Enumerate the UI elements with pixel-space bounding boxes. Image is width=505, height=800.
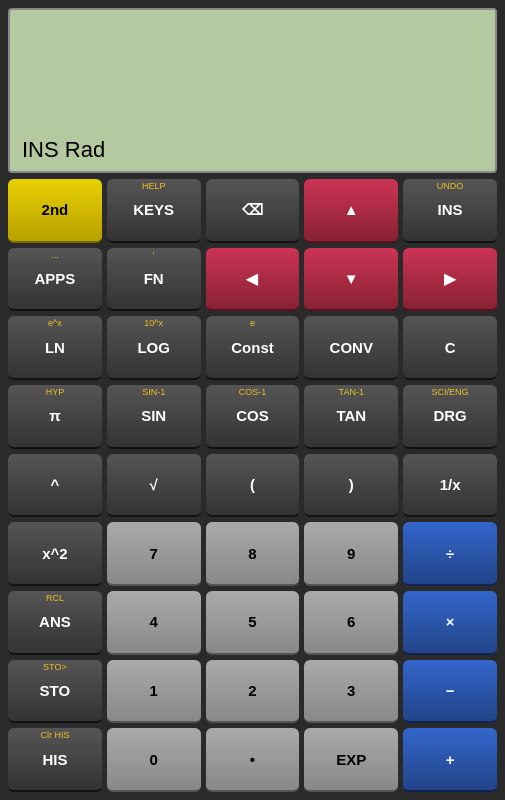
btn-lparen[interactable]: ( xyxy=(206,454,300,518)
btn-drg[interactable]: SCI/ENGDRG xyxy=(403,385,497,449)
btn-div[interactable]: ÷ xyxy=(403,522,497,586)
btn-2nd[interactable]: 2nd xyxy=(8,179,102,243)
btn-xsq[interactable]: x^2 xyxy=(8,522,102,586)
btn-ins[interactable]: UNDOINS xyxy=(403,179,497,243)
btn-conv[interactable]: CONV xyxy=(304,316,398,380)
btn-8[interactable]: 8 xyxy=(206,522,300,586)
button-row-row5: ^√()1/x xyxy=(8,454,497,518)
btn-log[interactable]: 10^xLOG xyxy=(107,316,201,380)
btn-recip[interactable]: 1/x xyxy=(403,454,497,518)
btn-down[interactable]: ▼ xyxy=(304,248,398,312)
btn-ln[interactable]: e^xLN xyxy=(8,316,102,380)
btn-5[interactable]: 5 xyxy=(206,591,300,655)
button-row-row9: Clr HISHIS0•EXP+ xyxy=(8,728,497,792)
calculator: INS Rad 2ndHELPKEYS⌫▲UNDOINS...APPS'FN◀▼… xyxy=(0,0,505,800)
btn-7[interactable]: 7 xyxy=(107,522,201,586)
btn-dot[interactable]: • xyxy=(206,728,300,792)
btn-3[interactable]: 3 xyxy=(304,660,398,724)
button-row-row2: ...APPS'FN◀▼▶ xyxy=(8,248,497,312)
btn-6[interactable]: 6 xyxy=(304,591,398,655)
btn-sto[interactable]: STO>STO xyxy=(8,660,102,724)
btn-tan[interactable]: TAN-1TAN xyxy=(304,385,398,449)
btn-sin[interactable]: SIN-1SIN xyxy=(107,385,201,449)
btn-c[interactable]: C xyxy=(403,316,497,380)
btn-const[interactable]: eConst xyxy=(206,316,300,380)
btn-4[interactable]: 4 xyxy=(107,591,201,655)
btn-2[interactable]: 2 xyxy=(206,660,300,724)
display: INS Rad xyxy=(8,8,497,173)
btn-pi[interactable]: HYPπ xyxy=(8,385,102,449)
btn-mul[interactable]: × xyxy=(403,591,497,655)
button-row-row8: STO>STO123− xyxy=(8,660,497,724)
btn-sub[interactable]: − xyxy=(403,660,497,724)
btn-left[interactable]: ◀ xyxy=(206,248,300,312)
btn-cos[interactable]: COS-1COS xyxy=(206,385,300,449)
btn-1[interactable]: 1 xyxy=(107,660,201,724)
btn-9[interactable]: 9 xyxy=(304,522,398,586)
btn-rparen[interactable]: ) xyxy=(304,454,398,518)
btn-0[interactable]: 0 xyxy=(107,728,201,792)
button-row-row1: 2ndHELPKEYS⌫▲UNDOINS xyxy=(8,179,497,243)
button-row-row4: HYPπSIN-1SINCOS-1COSTAN-1TANSCI/ENGDRG xyxy=(8,385,497,449)
btn-pow[interactable]: ^ xyxy=(8,454,102,518)
button-row-row7: RCLANS456× xyxy=(8,591,497,655)
button-row-row6: x^2789÷ xyxy=(8,522,497,586)
button-row-row3: e^xLN10^xLOGeConstCONVC xyxy=(8,316,497,380)
btn-backspace[interactable]: ⌫ xyxy=(206,179,300,243)
buttons-area: 2ndHELPKEYS⌫▲UNDOINS...APPS'FN◀▼▶e^xLN10… xyxy=(8,179,497,792)
btn-apps[interactable]: ...APPS xyxy=(8,248,102,312)
btn-add[interactable]: + xyxy=(403,728,497,792)
display-text: INS Rad xyxy=(22,137,483,163)
btn-ans[interactable]: RCLANS xyxy=(8,591,102,655)
btn-keys[interactable]: HELPKEYS xyxy=(107,179,201,243)
btn-up[interactable]: ▲ xyxy=(304,179,398,243)
btn-right[interactable]: ▶ xyxy=(403,248,497,312)
btn-fn[interactable]: 'FN xyxy=(107,248,201,312)
btn-sqrt[interactable]: √ xyxy=(107,454,201,518)
btn-his[interactable]: Clr HISHIS xyxy=(8,728,102,792)
btn-exp[interactable]: EXP xyxy=(304,728,398,792)
